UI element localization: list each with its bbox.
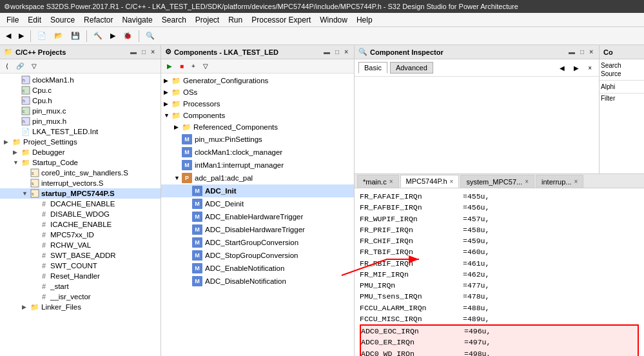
inspector-nav-back[interactable]: ◀	[556, 63, 568, 74]
middle-tree-item[interactable]: ▶📁Processors	[161, 98, 354, 110]
middle-tree-item[interactable]: MADC_StopGroupConversion	[161, 249, 354, 262]
toolbar-btn-run[interactable]: ▶	[107, 30, 119, 42]
menu-item-edit[interactable]: Edit	[24, 14, 45, 26]
left-tree-item[interactable]: 📄LKA_TEST_LED.Int	[0, 126, 161, 137]
tab-basic[interactable]: Basic	[358, 62, 387, 74]
middle-item-label: intMan1:interrupt_manager	[195, 161, 284, 169]
inspector-minimize[interactable]: ▬	[567, 48, 577, 56]
editor-tab-close[interactable]: ×	[389, 178, 393, 185]
tree-file-icon: 📁	[21, 158, 31, 167]
left-tree-item[interactable]: ▶📁Project_Settings	[0, 137, 161, 147]
left-tree-item[interactable]: #SWT_COUNT	[0, 261, 161, 271]
left-tree-item[interactable]: ▶📁Linker_Files	[0, 302, 161, 312]
middle-btn-run[interactable]: ▶	[164, 61, 175, 72]
left-tree-link[interactable]: 🔗	[13, 61, 27, 72]
middle-tree-item[interactable]: MclockMan1:clock_manager	[161, 146, 354, 159]
toolbar-btn-search[interactable]: 🔍	[142, 30, 158, 42]
menu-item-navigate[interactable]: Navigate	[118, 14, 156, 26]
left-tree-item[interactable]: cpin_mux.c	[0, 106, 161, 116]
editor-tab-close[interactable]: ×	[525, 178, 529, 185]
menu-item-refactor[interactable]: Refactor	[80, 14, 117, 26]
middle-tree-item[interactable]: Mpin_mux:PinSettings	[161, 133, 354, 146]
menu-item-run[interactable]: Run	[224, 14, 246, 26]
left-panel-close[interactable]: ×	[149, 48, 157, 56]
middle-tree-item[interactable]: ▶📁OSs	[161, 86, 354, 98]
left-tree-collapse-all[interactable]: ⟨	[3, 61, 12, 72]
middle-tree-item[interactable]: ▼📁Components	[161, 110, 354, 121]
menu-item-source[interactable]: Source	[46, 14, 79, 26]
toolbar-btn-open[interactable]: 📂	[51, 30, 66, 42]
editor-tab[interactable]: interrup...×	[536, 175, 583, 188]
tree-item-label: RCHW_VAL	[49, 241, 91, 249]
left-tree-item[interactable]: #MPC57xx_ID	[0, 230, 161, 240]
toolbar-btn-new[interactable]: 📄	[34, 30, 50, 42]
middle-item-label: Generator_Configurations	[183, 77, 268, 84]
code-area[interactable]: FR_FAFAIF_IRQn = 455u, FR_FAFBIF_IRQn = …	[355, 188, 644, 356]
left-tree-item[interactable]: #_start	[0, 281, 161, 292]
middle-tree-item[interactable]: MADC_Deinit	[161, 197, 354, 210]
toolbar-btn-save[interactable]: 💾	[68, 30, 83, 42]
toolbar-btn-1[interactable]: ◀	[3, 30, 14, 42]
inspector-nav-fwd[interactable]: ▶	[571, 63, 582, 74]
left-tree-item[interactable]: ▶📁Debugger	[0, 147, 161, 157]
left-tree-item[interactable]: #DISABLE_WDOG	[0, 209, 161, 219]
middle-tree-item[interactable]: ▼Padc_pal1:adc_pal	[161, 172, 354, 184]
middle-tree-item[interactable]: MADC_StartGroupConversion	[161, 236, 354, 249]
left-tree-item[interactable]: #DCACHE_ENABLE	[0, 199, 161, 209]
middle-tree-item[interactable]: MADC_DisableHardwareTrigger	[161, 223, 354, 236]
middle-tree-item[interactable]: MADC_Init	[161, 184, 354, 197]
menu-item-help[interactable]: Help	[353, 14, 376, 26]
menu-item-project[interactable]: Project	[191, 14, 223, 26]
editor-tab-close[interactable]: ×	[450, 178, 454, 185]
inspector-close[interactable]: ×	[587, 48, 595, 56]
middle-panel-minimize[interactable]: ▬	[322, 48, 332, 56]
middle-tree-area[interactable]: ▶📁Generator_Configurations▶📁OSs▶📁Process…	[161, 74, 354, 356]
menu-item-window[interactable]: Window	[316, 14, 351, 26]
far-right-label-2: Source	[601, 70, 643, 77]
inspector-close-btn[interactable]: ×	[585, 63, 595, 74]
toolbar-btn-2[interactable]: ▶	[15, 30, 27, 42]
editor-tab-label: MPC5744P.h	[406, 177, 447, 185]
left-tree-item[interactable]: #Reset_Handler	[0, 271, 161, 281]
editor-tab-close[interactable]: ×	[574, 178, 578, 185]
left-tree-item[interactable]: cCpu.c	[0, 85, 161, 95]
middle-tree-item[interactable]: ▶📁Referenced_Components	[161, 121, 354, 133]
toolbar-btn-debug[interactable]: 🐞	[120, 30, 135, 42]
middle-tree-item[interactable]: ▶📁Generator_Configurations	[161, 75, 354, 86]
middle-tree-item[interactable]: MADC_DisableNotification	[161, 275, 354, 288]
left-panel-minimize[interactable]: ▬	[128, 48, 139, 56]
left-tree-item[interactable]: hclockMan1.h	[0, 75, 161, 85]
left-tree-item[interactable]: ▼📁Startup_Code	[0, 157, 161, 168]
left-tree-item[interactable]: ▼sstartup_MPC5744P.S	[0, 188, 161, 199]
editor-tab[interactable]: *main.c×	[357, 175, 399, 188]
menu-item-file[interactable]: File	[3, 14, 23, 26]
inspector-maximize[interactable]: □	[578, 48, 586, 56]
menu-item-search[interactable]: Search	[158, 14, 190, 26]
left-tree-item[interactable]: sinterrupt_vectors.S	[0, 178, 161, 188]
component-icon: M	[192, 199, 202, 209]
middle-panel-close[interactable]: ×	[342, 48, 350, 56]
menu-item-processor expert[interactable]: Processor Expert	[248, 14, 315, 26]
toolbar-btn-build[interactable]: 🔨	[90, 30, 106, 42]
middle-tree-item[interactable]: MintMan1:interrupt_manager	[161, 159, 354, 172]
tab-advanced[interactable]: Advanced	[390, 62, 433, 74]
middle-btn-add[interactable]: +	[188, 61, 199, 72]
middle-tree-item[interactable]: MADC_EnableNotification	[161, 262, 354, 275]
middle-btn-stop[interactable]: ■	[177, 61, 187, 72]
tree-file-icon: h	[21, 96, 31, 105]
middle-btn-filter[interactable]: ▽	[200, 61, 211, 72]
editor-tab[interactable]: system_MPC57...×	[460, 175, 534, 188]
left-tree-item[interactable]: hpin_mux.h	[0, 116, 161, 126]
editor-tab[interactable]: MPC5744P.h×	[400, 175, 460, 188]
middle-tree-item[interactable]: MADC_EnableHardwareTrigger	[161, 210, 354, 223]
left-tree-item[interactable]: hCpu.h	[0, 95, 161, 106]
left-tree-item[interactable]: #SWT_BASE_ADDR	[0, 250, 161, 261]
left-tree-item[interactable]: #__isr_vector	[0, 292, 161, 302]
left-tree-item[interactable]: #RCHW_VAL	[0, 240, 161, 250]
left-tree-area[interactable]: hclockMan1.hcCpu.chCpu.hcpin_mux.chpin_m…	[0, 74, 161, 356]
left-panel-maximize[interactable]: □	[140, 48, 148, 56]
left-tree-filter[interactable]: ▽	[28, 61, 40, 72]
left-tree-item[interactable]: #ICACHE_ENABLE	[0, 219, 161, 230]
middle-panel-maximize[interactable]: □	[333, 48, 341, 56]
left-tree-item[interactable]: score0_intc_sw_handlers.S	[0, 168, 161, 178]
